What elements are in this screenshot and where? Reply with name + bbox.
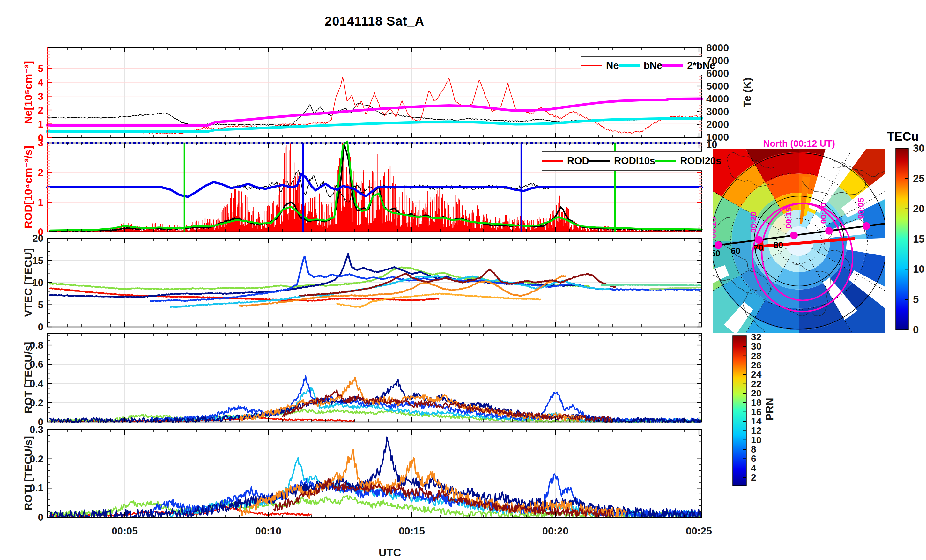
svg-text:30: 30 — [913, 142, 925, 154]
svg-text:30: 30 — [751, 341, 761, 351]
svg-text:0: 0 — [38, 512, 43, 523]
panel-4: 00.10.20.3 — [30, 424, 702, 523]
svg-text:16: 16 — [751, 407, 761, 417]
svg-text:20: 20 — [751, 388, 761, 398]
legend-label-rodi20s: RODI20s — [680, 155, 721, 167]
svg-text:10: 10 — [751, 435, 761, 445]
svg-text:3: 3 — [38, 91, 43, 102]
svg-text:5: 5 — [38, 63, 43, 74]
svg-text:3000: 3000 — [706, 106, 729, 117]
svg-text:20: 20 — [33, 233, 43, 244]
legend-label-bne: bNe — [644, 60, 663, 71]
svg-text:15: 15 — [913, 233, 925, 245]
svg-text:0: 0 — [38, 321, 43, 333]
series-prn16 — [601, 285, 701, 285]
svg-text:70: 70 — [754, 243, 763, 253]
svg-text:50: 50 — [711, 249, 720, 258]
x-axis-label-utc: UTC — [378, 546, 401, 559]
y-axis-label-rot: ROT [TECU/s] — [22, 342, 35, 414]
svg-text:32: 32 — [751, 331, 761, 342]
svg-text:00:10: 00:10 — [255, 525, 281, 537]
svg-text:00:15: 00:15 — [784, 207, 793, 229]
figure: 0123451000200030004000500060007000800001… — [0, 0, 926, 560]
series-prn12 — [171, 275, 609, 307]
svg-text:25: 25 — [913, 173, 925, 184]
svg-text:3: 3 — [38, 138, 43, 148]
legend-item: RODI20s — [655, 155, 721, 167]
legend-label-ne: Ne — [606, 60, 619, 71]
svg-text:18: 18 — [751, 397, 761, 407]
svg-text:00:05: 00:05 — [112, 525, 138, 537]
svg-text:1: 1 — [38, 197, 43, 208]
svg-text:28: 28 — [751, 351, 761, 361]
legend-swatch-ne — [581, 65, 602, 66]
svg-text:12: 12 — [751, 425, 761, 436]
svg-text:2: 2 — [751, 472, 756, 483]
y-axis-label-ne: Ne[10⁵cm⁻³] — [22, 61, 35, 124]
svg-text:00:10: 00:10 — [819, 203, 828, 224]
y-axis-label-vtec: VTEC [TECU] — [22, 248, 35, 317]
svg-text:00:25: 00:25 — [686, 525, 712, 537]
svg-text:24: 24 — [751, 369, 762, 380]
svg-text:80: 80 — [773, 241, 783, 250]
svg-text:8000: 8000 — [706, 42, 729, 54]
svg-text:5: 5 — [38, 300, 43, 310]
legend-label-rod: ROD — [567, 155, 589, 167]
svg-text:5000: 5000 — [706, 80, 729, 92]
panel-3: 00.20.40.60.8 — [30, 333, 702, 428]
legend-item: 2*bNe — [662, 60, 715, 71]
svg-text:60: 60 — [731, 246, 740, 256]
svg-text:4000: 4000 — [706, 93, 729, 104]
svg-text:4: 4 — [751, 463, 756, 473]
map-title: North (00:12 UT) — [763, 138, 835, 149]
series-RODI-blue — [47, 174, 702, 197]
svg-text:0: 0 — [913, 324, 918, 336]
svg-text:20: 20 — [913, 203, 925, 215]
svg-text:4: 4 — [38, 77, 44, 88]
x-axis-tick-labels: 00:0500:1000:1500:2000:25 — [112, 525, 712, 537]
legend-swatch-bne — [619, 64, 640, 67]
legend-ne-panel: Ne bNe 2*bNe — [581, 56, 702, 75]
legend-item: RODI10s — [589, 155, 655, 167]
legend-item: ROD — [542, 155, 589, 167]
tecu-colorbar: 051015202530 — [896, 142, 925, 336]
tecu-colorbar-title: TECu — [887, 130, 918, 144]
svg-text:2: 2 — [38, 167, 43, 178]
legend-swatch-rodi20s — [655, 160, 676, 162]
svg-text:00:05: 00:05 — [856, 198, 866, 219]
prn-colorbar-label: PRN — [763, 398, 776, 421]
svg-text:26: 26 — [751, 360, 761, 370]
svg-text:22: 22 — [751, 378, 761, 389]
svg-text:14: 14 — [751, 416, 762, 426]
svg-text:5: 5 — [913, 294, 918, 305]
panel-2: 05101520 — [33, 233, 702, 333]
svg-text:2000: 2000 — [706, 119, 729, 130]
svg-text:00:25: 00:25 — [708, 217, 718, 238]
svg-text:6: 6 — [751, 453, 756, 464]
svg-text:2: 2 — [38, 104, 43, 116]
legend-label-rodi10s: RODI10s — [614, 155, 655, 167]
legend-swatch-2bne — [662, 64, 683, 67]
page-title: 20141118 Sat_A — [325, 14, 424, 29]
polar-tec-map: 00:2500:2000:1500:1000:0550607080 — [667, 110, 926, 381]
svg-text:1: 1 — [38, 119, 43, 130]
series-prn18 — [50, 267, 589, 289]
y-axis-label-roti: ROTI [TECU/s] — [22, 436, 35, 510]
svg-text:10: 10 — [706, 139, 717, 150]
svg-text:10: 10 — [913, 263, 925, 275]
y-axis-label-te: Te (K) — [741, 77, 754, 107]
legend-item: Ne — [581, 60, 619, 71]
svg-text:0.3: 0.3 — [30, 424, 43, 435]
legend-rod-panel: ROD RODI10s RODI20s — [542, 151, 702, 171]
legend-item: bNe — [619, 60, 663, 71]
svg-text:00:20: 00:20 — [749, 212, 758, 233]
y-axis-label-rod: ROD[10⁴cm⁻³/s] — [22, 146, 35, 229]
svg-text:00:15: 00:15 — [399, 525, 425, 537]
legend-label-2bne: 2*bNe — [687, 60, 715, 71]
legend-swatch-rod — [542, 160, 563, 162]
prn-colorbar: 2468101214161820222426283032 — [733, 331, 762, 486]
svg-text:00:20: 00:20 — [542, 525, 569, 537]
chart-canvas: 0123451000200030004000500060007000800001… — [0, 0, 926, 560]
legend-swatch-rodi10s — [589, 160, 610, 162]
svg-text:8: 8 — [751, 444, 756, 454]
